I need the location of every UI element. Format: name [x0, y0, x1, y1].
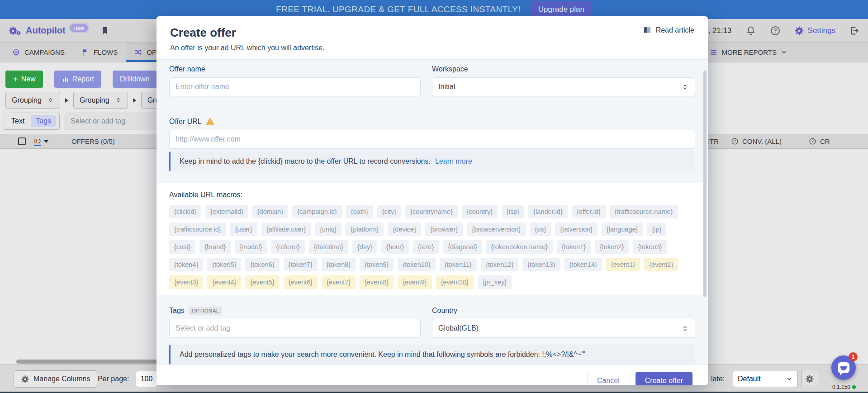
macro-chip[interactable]: {token12} [481, 258, 518, 271]
drilldown-button[interactable]: Drilldown [113, 71, 157, 88]
bookmark-icon[interactable] [100, 26, 110, 36]
macro-chip[interactable]: {cost} [169, 240, 195, 254]
offer-url-input[interactable] [169, 130, 695, 149]
macro-chip[interactable]: {datetime} [309, 240, 348, 254]
macro-chip[interactable]: {token:token name} [486, 240, 553, 254]
select-all-checkbox[interactable] [18, 137, 26, 145]
settings-button[interactable]: Settings [794, 26, 835, 36]
macro-chip[interactable]: {uniq} [315, 223, 342, 236]
template-settings-button[interactable] [801, 371, 818, 387]
macro-chip[interactable]: {token13} [522, 258, 560, 271]
report-button[interactable]: Report [54, 71, 101, 88]
macro-chip[interactable]: {token4} [169, 258, 203, 271]
macro-chip[interactable]: {externalid} [205, 205, 248, 218]
macro-chip[interactable]: {token11} [440, 258, 477, 271]
macro-chip[interactable]: {referer} [271, 240, 304, 254]
macro-chip[interactable]: {token8} [322, 258, 356, 271]
grouping-select-2[interactable]: Grouping [73, 92, 128, 109]
macro-chip[interactable]: {size} [413, 240, 439, 254]
macro-chip[interactable]: {domain} [252, 205, 288, 218]
per-page-input[interactable]: 100 [136, 371, 157, 387]
macro-chip[interactable]: {lander.id} [528, 205, 568, 218]
tab-campaigns[interactable]: CAMPAIGNS [4, 43, 73, 62]
create-offer-button[interactable]: Create offer [636, 372, 693, 385]
macro-chip[interactable]: {event5} [245, 275, 279, 289]
macro-chip[interactable]: {event3} [169, 275, 203, 289]
settings-gear-icon [794, 26, 804, 36]
macro-chip[interactable]: {token3} [633, 240, 667, 254]
upgrade-plan-button[interactable]: Upgrade plan [531, 1, 592, 18]
macro-chip[interactable]: {token14} [564, 258, 602, 271]
grouping-select-1[interactable]: Grouping [5, 92, 60, 109]
macro-chip[interactable]: {token9} [360, 258, 394, 271]
macro-chip[interactable]: {isp} [502, 205, 524, 218]
brand-name: Autopilot [26, 25, 66, 36]
macro-chip[interactable]: {osversion} [555, 223, 598, 236]
macro-chip[interactable]: {diagonal} [443, 240, 482, 254]
macro-chip[interactable]: {language} [602, 223, 643, 236]
macro-chip[interactable]: {clickid} [169, 205, 201, 218]
macro-chip[interactable]: {token5} [207, 258, 241, 271]
macro-chip[interactable]: {event9} [398, 275, 432, 289]
offer-name-input[interactable] [169, 77, 421, 96]
macro-chip[interactable]: {platform} [346, 223, 384, 236]
macro-chip[interactable]: {event6} [284, 275, 318, 289]
macro-chip[interactable]: {pr_key} [478, 275, 512, 289]
macro-chip[interactable]: {campaign.id} [292, 205, 342, 218]
filter-mode-text[interactable]: Text [7, 115, 28, 127]
macro-chip[interactable]: {path} [346, 205, 373, 218]
cancel-button[interactable]: Cancel [588, 372, 629, 385]
modal-scrollbar[interactable] [703, 71, 707, 297]
macro-chip[interactable]: {countryname} [405, 205, 458, 218]
macro-chip[interactable]: {event7} [322, 275, 356, 289]
more-reports-menu[interactable]: MORE REPORTS [709, 43, 787, 62]
tags-label: Tags OPTIONAL [169, 307, 421, 315]
template-select[interactable]: Default [733, 371, 797, 387]
macro-chip[interactable]: {brand} [199, 240, 231, 254]
country-select[interactable]: Global(GLB) [432, 319, 695, 338]
tab-flows[interactable]: FLOWS [73, 43, 126, 62]
macro-chip[interactable]: {event4} [207, 275, 241, 289]
macro-chip[interactable]: {hour} [381, 240, 409, 254]
logout-icon[interactable] [849, 25, 860, 36]
updown-icon [681, 83, 689, 91]
help-icon[interactable] [770, 25, 781, 36]
macro-chip[interactable]: {token1} [557, 240, 591, 254]
macro-chip[interactable]: {token7} [284, 258, 318, 271]
macro-chip[interactable]: {event1} [606, 258, 640, 271]
macro-chip[interactable]: {token6} [245, 258, 279, 271]
macro-chip[interactable]: {ip} [647, 223, 666, 236]
macro-chip[interactable]: {token2} [595, 240, 629, 254]
notifications-bell-icon[interactable] [745, 25, 756, 36]
macro-chip[interactable]: {trafficsource.name} [610, 205, 678, 218]
macro-chip[interactable]: {trafficsource.id} [169, 223, 226, 236]
filter-mode-tags[interactable]: Tags [31, 115, 56, 127]
conv-help-icon[interactable] [731, 137, 739, 145]
macro-chip[interactable]: {city} [377, 205, 401, 218]
new-offer-button[interactable]: + New [5, 71, 43, 88]
macro-chip[interactable]: {user} [230, 223, 257, 236]
read-article-link[interactable]: Read article [643, 26, 694, 35]
autopilot-brand[interactable]: Autopilot new [8, 25, 110, 36]
macro-chip[interactable]: {event10} [436, 275, 474, 289]
column-id-sort[interactable]: ID [34, 137, 48, 146]
macro-chip[interactable]: {offer.id} [572, 205, 606, 218]
macro-chip[interactable]: {model} [235, 240, 267, 254]
manage-columns-button[interactable]: Manage Columns [14, 370, 97, 388]
macro-chip[interactable]: {os} [530, 223, 551, 236]
tags-input[interactable] [169, 319, 421, 338]
learn-more-link[interactable]: Learn more [435, 157, 472, 165]
macro-chip[interactable]: {affiliate.user} [261, 223, 311, 236]
macro-chip[interactable]: {browserversion} [467, 223, 526, 236]
macro-chip[interactable]: {day} [352, 240, 377, 254]
modal-title: Create offer [170, 26, 324, 40]
cr-help-icon[interactable] [809, 137, 816, 145]
macro-chip[interactable]: {event2} [644, 258, 678, 271]
macro-chip[interactable]: {device} [388, 223, 421, 236]
macro-chip[interactable]: {browser} [425, 223, 463, 236]
column-empty [842, 134, 868, 148]
macro-chip[interactable]: {token10} [398, 258, 435, 271]
macro-chip[interactable]: {event8} [360, 275, 394, 289]
macro-chip[interactable]: {country} [462, 205, 498, 218]
workspace-select[interactable]: Initial [432, 77, 695, 96]
